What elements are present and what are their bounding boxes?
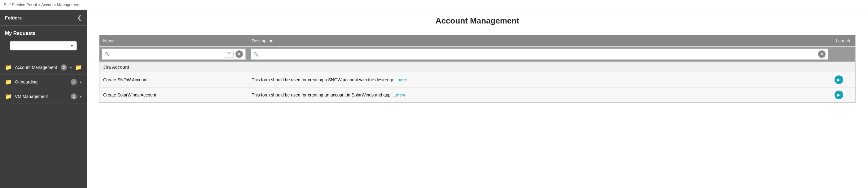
- main-content: Account Management Name Description Laun…: [87, 10, 868, 188]
- svg-rect-0: [227, 52, 231, 53]
- name-search-icon: 🔍: [105, 52, 110, 57]
- table-row: Create SolarWinds Account This form shou…: [99, 87, 856, 103]
- launch-search-empty: [831, 47, 856, 62]
- row-desc-snow: This form should be used for creating a …: [248, 72, 831, 87]
- group-header-row: Jira Account: [99, 62, 856, 72]
- breadcrumb-text: Self Service Portal > Account Management: [4, 2, 81, 7]
- sidebar-badge-account: 3: [61, 64, 67, 71]
- desc-search-input[interactable]: [260, 52, 816, 57]
- table-search-row: 🔍 ✕: [99, 47, 856, 62]
- col-header-name: Name: [99, 35, 248, 47]
- row-launch-snow: ▶: [831, 72, 856, 87]
- folders-label: Folders: [5, 15, 22, 21]
- folder-icon-vm: 📁: [5, 93, 12, 100]
- name-search-input[interactable]: [112, 52, 223, 57]
- table-row: Create SNOW Account This form should be …: [99, 72, 856, 87]
- desc-search-icon: 🔍: [253, 52, 258, 57]
- sidebar-item-vm-management[interactable]: 📁 VM Management 1 ▸: [0, 89, 87, 104]
- filter-icon: [227, 52, 231, 56]
- sidebar: Folders ❮ My Requests 📁 Account Manageme…: [0, 10, 87, 188]
- breadcrumb: Self Service Portal > Account Management: [0, 0, 868, 10]
- sidebar-header: Folders ❮: [0, 10, 87, 26]
- col-header-description: Description: [248, 35, 831, 47]
- row-launch-solarwinds: ▶: [831, 87, 856, 103]
- name-search-wrapper: 🔍 ✕: [102, 48, 246, 60]
- more-link-solarwinds[interactable]: ...more: [393, 93, 405, 98]
- name-clear-button[interactable]: ✕: [236, 50, 243, 58]
- chevron-icon-onboarding: ▸: [80, 80, 82, 84]
- sidebar-item-label-onboarding: Onboarding: [15, 79, 67, 84]
- sidebar-badge-onboarding: 1: [71, 79, 77, 85]
- desc-clear-button[interactable]: ✕: [818, 50, 826, 58]
- svg-rect-1: [228, 53, 230, 54]
- my-requests-label: My Requests: [0, 26, 87, 39]
- sidebar-dropdown-wrapper: [5, 40, 82, 55]
- svg-rect-2: [228, 55, 230, 55]
- row-desc-solarwinds: This form should be used for creating an…: [248, 87, 831, 103]
- table-header-row: Name Description Launch: [99, 35, 856, 47]
- sidebar-item-account-management[interactable]: 📁 Account Management 3 ▸ 📁: [0, 60, 87, 75]
- sidebar-item-onboarding[interactable]: 📁 Onboarding 1 ▸: [0, 75, 87, 89]
- row-name-snow: Create SNOW Account: [99, 72, 248, 87]
- sidebar-dropdown[interactable]: [10, 41, 77, 50]
- launch-button-solarwinds[interactable]: ▶: [835, 90, 843, 99]
- group-header-cell: Jira Account: [99, 62, 856, 72]
- row-name-solarwinds: Create SolarWinds Account: [99, 87, 248, 103]
- chevron-icon-vm: ▸: [80, 94, 82, 99]
- folder-open-icon: 📁: [75, 64, 82, 71]
- sidebar-item-label-account: Account Management: [15, 65, 58, 70]
- sidebar-badge-vm: 1: [71, 93, 77, 100]
- chevron-icon-account: ▸: [70, 65, 72, 70]
- col-header-launch: Launch: [831, 35, 856, 47]
- name-filter-button[interactable]: [225, 51, 234, 58]
- folder-icon-account: 📁: [5, 64, 12, 71]
- play-icon-solarwinds: ▶: [835, 90, 843, 99]
- page-title: Account Management: [99, 16, 856, 26]
- launch-button-snow[interactable]: ▶: [835, 75, 843, 84]
- folder-icon-onboarding: 📁: [5, 79, 12, 85]
- sidebar-item-label-vm: VM Management: [15, 94, 67, 99]
- play-icon-snow: ▶: [835, 75, 843, 84]
- catalog-table: Name Description Launch 🔍: [99, 35, 856, 103]
- desc-search-wrapper: 🔍 ✕: [251, 48, 828, 60]
- collapse-icon[interactable]: ❮: [77, 14, 82, 21]
- more-link-snow[interactable]: ...more: [394, 78, 407, 82]
